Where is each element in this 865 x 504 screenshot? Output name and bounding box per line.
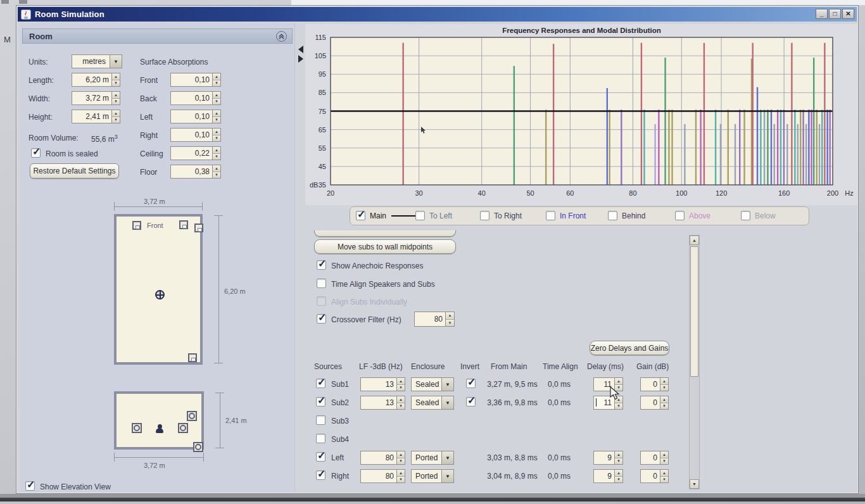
legend-item-in-front[interactable]: In Front (546, 211, 586, 220)
gain-spinner-field[interactable]: 0 (640, 469, 660, 483)
spin-down-icon[interactable]: ▼ (112, 99, 120, 105)
splitter-collapse-left-icon[interactable] (298, 46, 303, 53)
lf-cutoff-spinner-field[interactable]: 13 (360, 396, 396, 410)
absorption-spinner-buttons[interactable]: ▲▼ (212, 146, 221, 160)
title-bar[interactable]: Room Simulation _ □ ✕ (18, 7, 857, 22)
spin-up-icon[interactable]: ▲ (213, 129, 220, 135)
gain-spinner[interactable]: 0▲▼ (640, 377, 669, 391)
legend-item-to-left[interactable]: To Left (415, 211, 452, 220)
spin-down-icon[interactable]: ▼ (213, 80, 220, 87)
spin-down-icon[interactable]: ▼ (446, 320, 454, 327)
enclosure-dropdown[interactable]: Ported▼ (411, 469, 454, 483)
legend-checkbox[interactable] (608, 211, 617, 220)
legend-checkbox[interactable]: ✓ (356, 211, 365, 220)
spin-down-icon[interactable]: ▼ (397, 403, 405, 410)
listener-position-icon[interactable] (155, 424, 164, 434)
absorption-spinner[interactable]: 0,10▲▼ (170, 128, 221, 142)
move-subs-button[interactable]: Move subs to wall midpoints (314, 239, 456, 254)
dimension-spinner-field[interactable]: 6,20 m (72, 73, 111, 87)
spin-down-icon[interactable]: ▼ (660, 458, 668, 465)
source-enabled-checkbox[interactable]: ✓ (316, 470, 325, 480)
lf-cutoff-spinner-field[interactable]: 13 (360, 377, 396, 391)
dropdown-arrow-icon[interactable]: ▼ (110, 54, 122, 68)
spin-up-icon[interactable]: ▲ (660, 470, 668, 477)
spin-up-icon[interactable]: ▲ (213, 147, 220, 154)
speaker-icon[interactable] (194, 224, 203, 232)
legend-checkbox[interactable] (675, 211, 685, 220)
spin-down-icon[interactable]: ▼ (615, 458, 622, 465)
scrollbar-thumb[interactable] (690, 246, 698, 377)
enclosure-dropdown[interactable]: Sealed▼ (411, 377, 454, 391)
absorption-spinner[interactable]: 0,10▲▼ (170, 91, 221, 105)
absorption-spinner[interactable]: 0,10▲▼ (170, 110, 221, 123)
speaker-icon[interactable] (187, 411, 197, 421)
spin-down-icon[interactable]: ▼ (112, 117, 120, 123)
absorption-spinner-buttons[interactable]: ▲▼ (212, 110, 221, 123)
delay-spinner-buttons[interactable]: ▲▼ (614, 451, 623, 465)
dimension-spinner-buttons[interactable]: ▲▼ (111, 110, 120, 123)
spin-up-icon[interactable]: ▲ (213, 110, 220, 117)
spin-down-icon[interactable]: ▼ (660, 477, 668, 483)
spin-up-icon[interactable]: ▲ (397, 378, 405, 385)
crossover-spinner[interactable]: 80 ▲ ▼ (414, 312, 455, 327)
spin-down-icon[interactable]: ▼ (660, 403, 668, 410)
legend-item-main[interactable]: ✓Main (356, 211, 419, 220)
splitter-expand-right-icon[interactable] (298, 55, 303, 63)
clipped-button[interactable] (314, 230, 456, 237)
absorption-spinner-field[interactable]: 0,10 (170, 91, 212, 105)
delay-spinner[interactable]: 9▲▼ (593, 469, 623, 483)
absorption-spinner-buttons[interactable]: ▲▼ (212, 128, 221, 142)
dimension-spinner[interactable]: 6,20 m▲▼ (72, 73, 120, 87)
spin-down-icon[interactable]: ▼ (397, 458, 405, 465)
gain-spinner-buttons[interactable]: ▲▼ (660, 396, 669, 410)
restore-defaults-button[interactable]: Restore Default Settings (30, 163, 119, 179)
spin-down-icon[interactable]: ▼ (112, 80, 120, 87)
absorption-spinner[interactable]: 0,22▲▼ (170, 146, 221, 160)
lf-cutoff-spinner[interactable]: 80▲▼ (360, 451, 405, 465)
frequency-response-chart[interactable]: Frequency Responses and Modal Distributi… (305, 24, 857, 205)
maximize-button[interactable]: □ (829, 9, 841, 19)
legend-item-behind[interactable]: Behind (608, 211, 645, 220)
speaker-icon[interactable] (179, 220, 188, 229)
lf-cutoff-spinner-buttons[interactable]: ▲▼ (396, 377, 405, 391)
legend-item-above[interactable]: Above (675, 211, 710, 220)
spin-up-icon[interactable]: ▲ (213, 73, 220, 80)
source-enabled-checkbox[interactable] (316, 415, 325, 425)
dimension-spinner[interactable]: 3,72 m▲▼ (72, 91, 120, 105)
speaker-icon[interactable] (178, 423, 188, 433)
absorption-spinner[interactable]: 0,10▲▼ (170, 73, 221, 87)
room-sealed-checkbox[interactable]: ✓ (31, 148, 41, 158)
listener-position-icon[interactable] (155, 290, 165, 299)
minimize-button[interactable]: _ (816, 9, 828, 19)
dimension-spinner-buttons[interactable]: ▲▼ (111, 91, 120, 105)
spin-down-icon[interactable]: ▼ (213, 99, 220, 105)
spin-up-icon[interactable]: ▲ (446, 312, 454, 320)
lf-cutoff-spinner-buttons[interactable]: ▲▼ (396, 396, 405, 410)
lf-cutoff-spinner-buttons[interactable]: ▲▼ (396, 451, 405, 465)
delay-spinner[interactable]: 9▲▼ (593, 451, 623, 465)
dropdown-arrow-icon[interactable]: ▼ (441, 469, 454, 483)
vertical-scrollbar[interactable]: ▲ ▼ (689, 235, 700, 489)
dimension-spinner-buttons[interactable]: ▲▼ (111, 73, 120, 87)
legend-item-below[interactable]: Below (741, 211, 776, 220)
gain-spinner[interactable]: 0▲▼ (640, 469, 669, 483)
spin-up-icon[interactable]: ▲ (615, 470, 622, 477)
show-anechoic-checkbox[interactable]: ✓ (317, 260, 326, 270)
gain-spinner-buttons[interactable]: ▲▼ (660, 469, 669, 483)
spin-down-icon[interactable]: ▼ (397, 477, 405, 483)
gain-spinner-field[interactable]: 0 (640, 396, 660, 410)
source-enabled-checkbox[interactable]: ✓ (316, 452, 325, 462)
dimension-spinner-field[interactable]: 2,41 m (72, 110, 111, 123)
scroll-down-icon[interactable]: ▼ (690, 479, 699, 489)
gain-spinner-buttons[interactable]: ▲▼ (660, 377, 669, 391)
legend-checkbox[interactable] (741, 211, 750, 220)
gain-spinner[interactable]: 0▲▼ (640, 396, 669, 410)
scroll-up-icon[interactable]: ▲ (690, 236, 699, 245)
show-elevation-checkbox[interactable]: ✓ (25, 481, 35, 491)
spin-up-icon[interactable]: ▲ (660, 378, 668, 385)
source-enabled-checkbox[interactable]: ✓ (316, 397, 325, 406)
absorption-spinner-field[interactable]: 0,10 (170, 73, 212, 87)
invert-checkbox[interactable]: ✓ (466, 397, 476, 406)
spin-up-icon[interactable]: ▲ (112, 110, 120, 117)
top-view-diagram[interactable]: Front (114, 214, 203, 365)
